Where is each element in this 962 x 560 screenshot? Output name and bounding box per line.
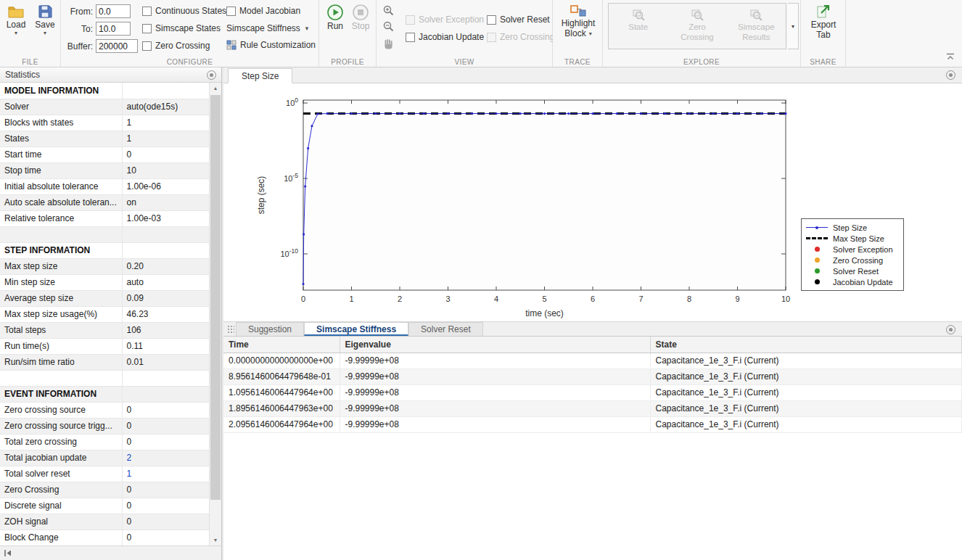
highlight-block-button[interactable]: Highlight Block▾ [562, 4, 595, 38]
panel-options-icon[interactable] [946, 70, 955, 80]
scroll-down-button[interactable]: ▼ [210, 535, 221, 545]
stats-section-row: EVENT INFORMATION [0, 386, 210, 402]
column-header-eigenvalue[interactable]: Eigenvalue [340, 337, 650, 353]
checkbox-jacobian-update[interactable]: Jacobian Update [406, 32, 484, 42]
chart-legend: Step SizeMax Step SizeSolver ExceptionZe… [801, 218, 904, 291]
stat-value [122, 226, 210, 242]
table-cell: Capacitance_1e_3_F.i (Current) [650, 400, 962, 416]
stats-row: Max step size0.20 [0, 258, 210, 274]
checkbox-zero-crossing-view[interactable]: Zero Crossing [487, 32, 554, 42]
svg-text:9: 9 [735, 295, 739, 303]
checkbox-box [487, 33, 496, 42]
legend-label: Solver Exception [833, 245, 893, 254]
legend-label: Jacobian Update [833, 278, 893, 287]
table-cell: 1.0956146006447964e+00 [223, 384, 340, 400]
explore-simscape-label-line1: Simscape [738, 22, 775, 32]
panel-options-icon[interactable] [207, 70, 216, 80]
to-input[interactable] [96, 22, 131, 36]
stat-label: Run time(s) [0, 338, 122, 354]
section-label-configure: CONFIGURE [61, 58, 318, 66]
panel-options-icon[interactable] [946, 325, 955, 334]
checkbox-continuous-states[interactable]: Continuous States [142, 6, 226, 16]
simscape-stiffness-dropdown[interactable]: Simscape Stiffness ▾ [226, 23, 308, 33]
rule-customization-button[interactable]: Rule Customization [226, 40, 316, 50]
table-cell: Capacitance_1e_3_F.i (Current) [650, 416, 962, 432]
svg-text:0: 0 [301, 295, 305, 303]
checkbox-model-jacobian[interactable]: Model Jacobian [226, 6, 300, 16]
export-label-line1: Export [811, 20, 836, 30]
stat-label: States [0, 131, 122, 147]
table-row[interactable]: 8.9561460064479648e-01-9.99999e+08Capaci… [223, 368, 962, 384]
drag-handle-icon[interactable] [227, 325, 234, 333]
scrollbar-thumb[interactable] [210, 95, 221, 500]
rule-customization-label: Rule Customization [240, 40, 316, 50]
explore-state-button[interactable]: State [609, 4, 667, 49]
explore-state-label: State [628, 22, 648, 32]
zoom-out-button[interactable] [381, 19, 395, 33]
stat-label: Relative tolerance [0, 210, 122, 226]
section-label-profile: PROFILE [319, 58, 376, 66]
checkbox-solver-exception[interactable]: Solver Exception [406, 15, 484, 25]
checkbox-label: Zero Crossing [155, 41, 210, 51]
column-header-time[interactable]: Time [223, 337, 340, 353]
tab-simscape-stiffness[interactable]: Simscape Stiffness [304, 322, 408, 336]
stat-label: Zero Crossing [0, 482, 122, 498]
table-row[interactable]: 1.0956146006447964e+00-9.99999e+08Capaci… [223, 384, 962, 400]
table-row[interactable]: 0.0000000000000000e+00-9.99999e+08Capaci… [223, 353, 962, 368]
stat-value[interactable]: 2 [122, 450, 210, 466]
collapse-panel-icon[interactable] [4, 549, 12, 557]
column-header-state[interactable]: State [650, 337, 962, 353]
statistics-panel-header: Statistics [0, 67, 221, 83]
highlight-block-icon [570, 4, 586, 18]
svg-text:7: 7 [638, 295, 643, 303]
stat-label: ZOH signal [0, 514, 122, 530]
legend-marker-icon [806, 237, 828, 239]
legend-label: Max Step Size [833, 234, 884, 243]
export-tab-button[interactable]: Export Tab [809, 4, 838, 40]
zoom-in-button[interactable] [381, 3, 395, 17]
statistics-table: MODEL INFORMATIONSolverauto(ode15s)Block… [0, 83, 210, 546]
explore-zero-label-line1: Zero [688, 22, 706, 32]
section-explore: State Zero Crossing [603, 0, 801, 67]
explore-zero-crossing-button[interactable]: Zero Crossing [667, 4, 726, 49]
stats-row: Total zero crossing0 [0, 434, 210, 450]
legend-label: Zero Crossing [833, 256, 883, 265]
stats-row: Average step size0.09 [0, 290, 210, 306]
stop-button[interactable]: Stop [349, 4, 372, 31]
section-label-trace: TRACE [553, 58, 602, 66]
explore-gallery: State Zero Crossing [608, 3, 786, 49]
buffer-input[interactable] [96, 39, 138, 53]
load-button[interactable]: Load ▾ [1, 4, 30, 36]
tab-suggestion[interactable]: Suggestion [236, 322, 304, 336]
explore-gallery-dropdown[interactable]: ▾ [788, 3, 799, 49]
run-button[interactable]: Run [324, 4, 347, 31]
checkbox-simscape-states[interactable]: Simscape States [142, 23, 221, 33]
collapse-ribbon-button[interactable] [946, 52, 955, 62]
scroll-up-button[interactable]: ▲ [210, 83, 221, 94]
stat-value: 0 [122, 514, 210, 530]
tab-solver-reset[interactable]: Solver Reset [408, 322, 483, 336]
table-row[interactable]: 2.0956146006447964e+00-9.99999e+08Capaci… [223, 416, 962, 432]
stat-label: Run/sim time ratio [0, 354, 122, 370]
section-label-view: VIEW [377, 58, 552, 66]
stats-row: ZOH signal0 [0, 514, 210, 530]
save-button[interactable]: Save ▾ [30, 4, 59, 36]
table-cell: 2.0956146006447964e+00 [223, 416, 340, 432]
pan-hand-button[interactable] [381, 36, 395, 51]
checkbox-zero-crossing-configure[interactable]: Zero Crossing [142, 41, 210, 51]
section-label-share: SHARE [801, 58, 845, 66]
from-input[interactable] [96, 4, 131, 18]
stats-row: Start time0 [0, 147, 210, 162]
explore-simscape-results-button[interactable]: Simscape Results [727, 4, 786, 49]
table-row[interactable]: 1.8956146006447963e+00-9.99999e+08Capaci… [223, 400, 962, 416]
stats-scrollbar[interactable]: ▲ ▼ [209, 83, 221, 545]
tab-step-size[interactable]: Step Size [228, 68, 292, 83]
table-cell: -9.99999e+08 [340, 353, 650, 368]
stat-label: Total steps [0, 322, 122, 338]
checkbox-solver-reset[interactable]: Solver Reset [487, 15, 550, 25]
stat-value[interactable]: 1 [122, 466, 210, 482]
main-area: Step Size 01234567891010010-510-10time (… [223, 67, 962, 560]
stat-label: Zero crossing source [0, 402, 122, 418]
stat-value: 0 [122, 498, 210, 514]
events-table-header: TimeEigenvalueState [223, 337, 962, 353]
